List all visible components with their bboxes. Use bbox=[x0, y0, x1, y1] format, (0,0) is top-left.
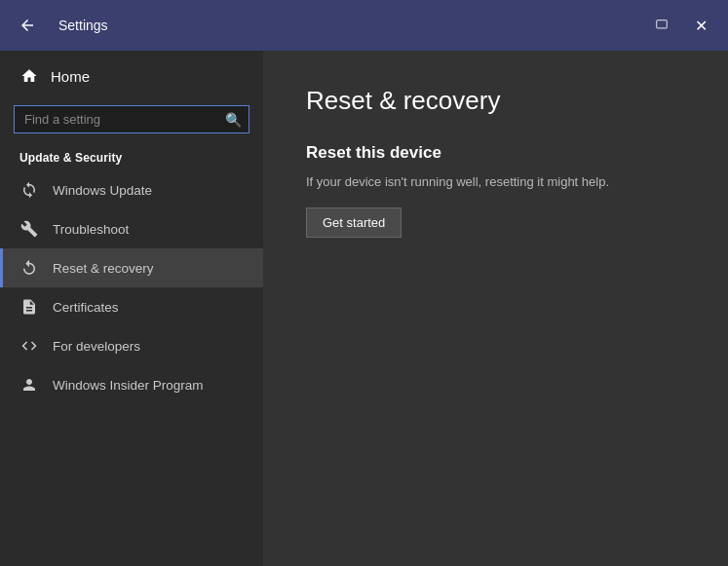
section-title: Reset this device bbox=[306, 143, 685, 163]
sidebar-item-label: Certificates bbox=[53, 300, 119, 315]
sidebar-section-label: Update & Security bbox=[0, 143, 263, 170]
sidebar-item-label: For developers bbox=[53, 339, 140, 354]
title-bar-left: Settings bbox=[12, 10, 108, 41]
certificates-icon bbox=[19, 297, 39, 317]
page-title: Reset & recovery bbox=[306, 86, 685, 116]
sidebar: Home 🔍 Update & Security Windows Update bbox=[0, 51, 263, 566]
back-button[interactable] bbox=[12, 10, 43, 41]
windows-update-icon bbox=[19, 180, 39, 200]
search-box: 🔍 bbox=[14, 105, 249, 133]
title-bar: Settings ✕ bbox=[0, 0, 728, 51]
reset-recovery-icon bbox=[19, 258, 39, 278]
title-bar-controls: ✕ bbox=[646, 10, 716, 41]
troubleshoot-icon bbox=[19, 219, 39, 239]
svg-rect-0 bbox=[657, 20, 668, 28]
reset-device-section: Reset this device If your device isn't r… bbox=[306, 143, 685, 238]
section-description: If your device isn't running well, reset… bbox=[306, 172, 685, 192]
sidebar-item-label: Windows Update bbox=[53, 183, 152, 198]
sidebar-item-certificates[interactable]: Certificates bbox=[0, 287, 263, 326]
sidebar-item-label: Reset & recovery bbox=[53, 261, 154, 276]
minimize-button[interactable] bbox=[646, 10, 677, 41]
sidebar-item-home[interactable]: Home bbox=[0, 51, 263, 101]
for-developers-icon bbox=[19, 336, 39, 356]
search-input[interactable] bbox=[14, 105, 249, 133]
get-started-button[interactable]: Get started bbox=[306, 208, 402, 238]
app-title: Settings bbox=[58, 18, 108, 33]
sidebar-item-label: Windows Insider Program bbox=[53, 378, 204, 393]
sidebar-item-reset-recovery[interactable]: Reset & recovery bbox=[0, 248, 263, 287]
sidebar-item-windows-insider[interactable]: Windows Insider Program bbox=[0, 365, 263, 404]
sidebar-item-troubleshoot[interactable]: Troubleshoot bbox=[0, 209, 263, 248]
home-icon bbox=[19, 66, 39, 86]
close-button[interactable]: ✕ bbox=[685, 10, 716, 41]
content-area: Reset & recovery Reset this device If yo… bbox=[263, 51, 728, 566]
sidebar-item-for-developers[interactable]: For developers bbox=[0, 326, 263, 365]
home-label: Home bbox=[51, 68, 90, 85]
sidebar-item-windows-update[interactable]: Windows Update bbox=[0, 170, 263, 209]
main-layout: Home 🔍 Update & Security Windows Update bbox=[0, 51, 728, 566]
windows-insider-icon bbox=[19, 375, 39, 395]
sidebar-item-label: Troubleshoot bbox=[53, 222, 129, 237]
